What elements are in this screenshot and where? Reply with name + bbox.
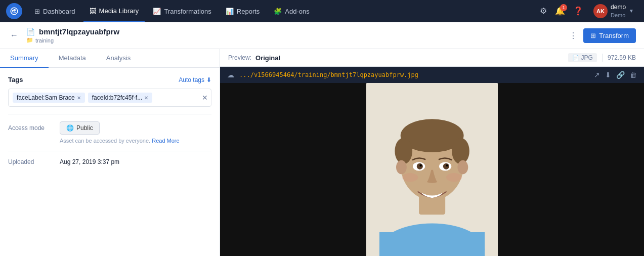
preview-meta: 📄 JPG 972.59 KB	[568, 53, 636, 62]
tags-section-header: Tags Auto tags ⬇	[8, 76, 211, 83]
tab-analysis[interactable]: Analysis	[96, 49, 141, 68]
access-mode-value: 🌐 Public Asset can be accessed by everyo…	[60, 121, 211, 144]
tag-2-remove[interactable]: ✕	[144, 95, 148, 101]
divider-1	[8, 114, 211, 114]
preview-label: Preview:	[228, 54, 251, 61]
vertical-divider	[602, 54, 603, 62]
preview-image	[366, 83, 498, 256]
svg-rect-7	[379, 232, 485, 256]
preview-header: Preview: Original 📄 JPG 972.59 KB	[220, 49, 644, 67]
auto-tags-label: Auto tags	[179, 76, 204, 83]
svg-point-17	[443, 163, 449, 169]
file-info: 📄 bmntjt7lqpzayuabfprw 📁 training	[26, 27, 561, 44]
divider-2	[8, 151, 211, 151]
url-text: .../v1566945464/training/bmntjt7lqpzayua…	[239, 71, 589, 78]
nav-label-reports: Reports	[237, 8, 260, 15]
svg-point-10	[395, 138, 412, 164]
trending-icon: 📊	[226, 8, 234, 15]
avatar: AK	[593, 4, 608, 18]
tag-1: faceLabel:Sam Brace ✕	[13, 93, 85, 103]
right-panel: Preview: Original 📄 JPG 972.59 KB ☁ .../…	[220, 49, 644, 256]
file-title: 📄 bmntjt7lqpzayuabfprw	[26, 27, 561, 36]
svg-point-13	[457, 160, 468, 175]
logo	[6, 3, 22, 19]
nav-item-transformations[interactable]: 📈 Transformations	[147, 0, 217, 22]
user-role: Demo	[611, 12, 626, 19]
transform-icon: ⊞	[590, 32, 596, 39]
subheader-actions: ⋮ ⊞ Transform	[567, 28, 636, 43]
portrait-svg	[366, 83, 498, 256]
transform-label: Transform	[599, 32, 629, 39]
svg-point-19	[446, 164, 448, 166]
image-icon: 🖼	[90, 7, 96, 15]
svg-point-11	[452, 138, 469, 164]
more-options-button[interactable]: ⋮	[567, 29, 579, 42]
tag-2: faceId:b72fc45f-f... ✕	[88, 93, 152, 103]
file-type-icon: 📄	[572, 55, 579, 61]
svg-point-18	[419, 164, 421, 166]
transform-button[interactable]: ⊞ Transform	[583, 28, 636, 43]
filename: bmntjt7lqpzayuabfprw	[39, 27, 119, 36]
tab-metadata[interactable]: Metadata	[49, 49, 96, 68]
subheader: ← 📄 bmntjt7lqpzayuabfprw 📁 training ⋮ ⊞ …	[0, 22, 644, 49]
cloudinary-logo-icon	[10, 7, 19, 16]
help-button[interactable]: ❓	[571, 4, 585, 18]
puzzle-icon: 🧩	[274, 8, 282, 15]
globe-icon: 🌐	[66, 124, 74, 132]
notifications-button[interactable]: 🔔 1	[553, 4, 567, 18]
copy-link-button[interactable]: 🔗	[616, 71, 625, 79]
folder-label: training	[35, 37, 54, 44]
tab-bar: Summary Metadata Analysis	[0, 49, 220, 68]
nav-label-media-library: Media Library	[99, 7, 139, 15]
chart-icon: 📈	[153, 8, 161, 15]
image-area	[220, 83, 644, 256]
ellipsis-icon: ⋮	[569, 31, 577, 40]
nav-label-transformations: Transformations	[164, 8, 211, 15]
back-button[interactable]: ←	[8, 29, 20, 42]
download-button[interactable]: ⬇	[605, 71, 611, 79]
tags-clear-button[interactable]: ✕	[202, 94, 208, 102]
arrow-left-icon: ←	[10, 31, 18, 39]
delete-button[interactable]: 🗑	[630, 71, 637, 79]
content-area: Summary Metadata Analysis Tags Auto tags…	[0, 49, 644, 256]
chevron-down-icon: ▼	[629, 8, 634, 14]
access-mode-label: Access mode	[8, 121, 54, 132]
preview-format: 📄 JPG	[568, 53, 597, 62]
access-description: Asset can be accessed by everyone. Read …	[60, 138, 211, 144]
svg-point-12	[396, 160, 407, 175]
gear-icon: ⚙	[540, 6, 547, 16]
user-menu[interactable]: AK demo Demo ▼	[589, 2, 638, 21]
nav-item-dashboard[interactable]: ⊞ Dashboard	[28, 0, 81, 22]
url-bar: ☁ .../v1566945464/training/bmntjt7lqpzay…	[220, 67, 644, 83]
tag-1-remove[interactable]: ✕	[77, 95, 81, 101]
cloud-icon: ☁	[227, 71, 234, 79]
nav-item-media-library[interactable]: 🖼 Media Library	[83, 0, 145, 22]
access-mode-button[interactable]: 🌐 Public	[60, 121, 100, 135]
top-navigation: ⊞ Dashboard 🖼 Media Library 📈 Transforma…	[0, 0, 644, 22]
uploaded-row: Uploaded Aug 27, 2019 3:37 pm	[8, 158, 211, 165]
preview-size: 972.59 KB	[608, 54, 636, 61]
open-url-button[interactable]: ↗	[594, 71, 600, 79]
nav-item-reports[interactable]: 📊 Reports	[220, 0, 266, 22]
tags-label: Tags	[8, 76, 23, 83]
nav-label-addons: Add-ons	[285, 8, 309, 15]
uploaded-label: Uploaded	[8, 158, 54, 165]
read-more-link[interactable]: Read More	[152, 138, 179, 144]
uploaded-value: Aug 27, 2019 3:37 pm	[60, 158, 119, 165]
tags-container: faceLabel:Sam Brace ✕ faceId:b72fc45f-f.…	[8, 89, 211, 107]
left-panel: Summary Metadata Analysis Tags Auto tags…	[0, 49, 220, 256]
svg-point-20	[402, 173, 418, 182]
user-name: demo	[611, 4, 626, 12]
file-badge: 📁 training	[26, 37, 561, 44]
notification-badge: 1	[560, 4, 567, 11]
help-icon: ❓	[573, 6, 583, 16]
grid-icon: ⊞	[34, 8, 40, 15]
tab-summary[interactable]: Summary	[0, 49, 49, 68]
svg-point-16	[417, 163, 423, 169]
nav-label-dashboard: Dashboard	[43, 8, 75, 15]
nav-item-addons[interactable]: 🧩 Add-ons	[268, 0, 315, 22]
access-mode-row: Access mode 🌐 Public Asset can be access…	[8, 121, 211, 144]
settings-button[interactable]: ⚙	[538, 4, 549, 18]
auto-tags-button[interactable]: Auto tags ⬇	[179, 76, 211, 83]
user-info: demo Demo	[611, 4, 626, 19]
